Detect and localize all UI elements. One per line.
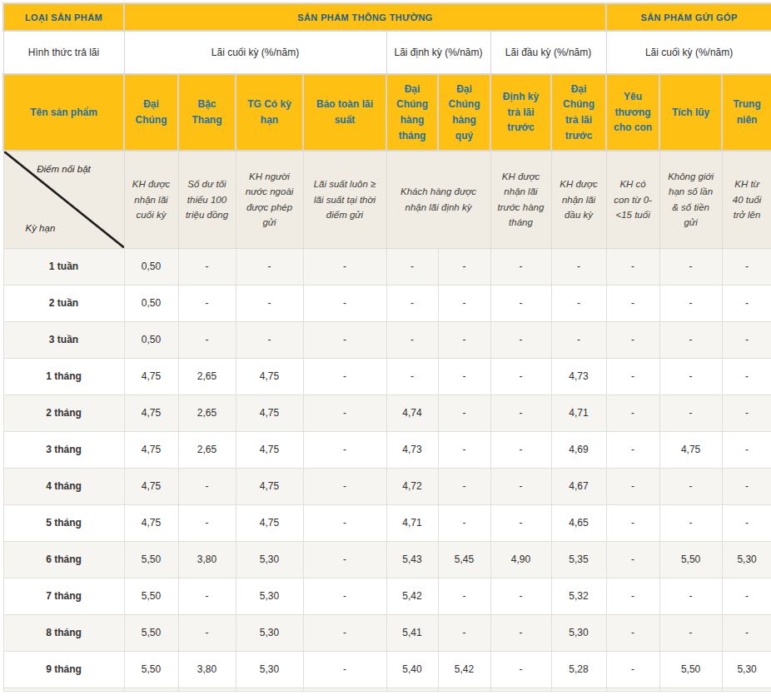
rate-cell: - — [490, 578, 551, 614]
rate-cell: 4,65 — [551, 504, 606, 541]
rate-cell: - — [722, 578, 771, 614]
rate-cell: - — [303, 431, 386, 468]
rate-cell: - — [722, 395, 771, 431]
rate-cell: 4,73 — [551, 358, 606, 395]
term-cell: 8 tháng — [3, 614, 124, 651]
rate-cell: - — [606, 578, 659, 614]
table-row: 9 tháng5,503,805,30-5,405,42-5,28-5,505,… — [3, 651, 771, 688]
term-cell: 2 tuần — [3, 285, 124, 321]
rate-cell: 5,40 — [386, 651, 438, 688]
section-header-row: LOẠI SẢN PHẨM SẢN PHẨM THÔNG THƯỜNG SẢN … — [3, 3, 771, 31]
term-cell: 3 tháng — [3, 431, 124, 468]
product-column: Đại Chúng trả lãi trước — [551, 74, 606, 151]
section-product-type: LOẠI SẢN PHẨM — [3, 3, 124, 31]
product-column: Đại Chúng hàng tháng — [386, 74, 438, 151]
rate-cell: - — [386, 248, 438, 285]
interest-group-end-of-term-installment: Lãi cuối kỳ (%/năm) — [606, 31, 771, 74]
rate-cell: - — [236, 248, 303, 285]
rate-cell — [659, 688, 722, 691]
rate-cell: - — [303, 614, 386, 651]
table-row: 3 tháng4,752,654,75-4,73--4,69-4,75- — [3, 431, 771, 468]
product-highlight: Không giới hạn số lần & số tiền gửi — [659, 151, 722, 248]
rate-cell: - — [303, 395, 386, 431]
term-cell: 6 tháng — [3, 541, 124, 578]
rate-cell: - — [178, 504, 236, 541]
rate-cell: 5,28 — [551, 651, 606, 688]
rate-cell: 5,41 — [386, 614, 438, 651]
rate-cell: - — [606, 468, 659, 504]
rate-cell: 5,30 — [551, 614, 606, 651]
product-name-label: Tên sản phẩm — [3, 74, 124, 151]
section-installment-products: SẢN PHẨM GỬI GÓP — [606, 3, 771, 31]
rate-cell: 2,65 — [178, 358, 236, 395]
product-column: Yêu thương cho con — [606, 74, 659, 151]
rate-cell: 5,35 — [551, 541, 606, 578]
rate-cell: 0,50 — [124, 285, 178, 321]
rate-cell: 4,75 — [659, 431, 722, 468]
rate-cell: - — [178, 614, 236, 651]
rate-cell: - — [606, 285, 659, 321]
term-cell: 4 tháng — [3, 468, 124, 504]
rate-cell: - — [178, 321, 236, 358]
rate-cell: - — [606, 504, 659, 541]
term-cell: 1 tháng — [3, 358, 124, 395]
rate-cell: 5,45 — [438, 541, 490, 578]
rate-cell: - — [178, 468, 236, 504]
rate-cell: - — [438, 358, 490, 395]
rate-cell: 3,80 — [178, 651, 236, 688]
rate-cell: - — [438, 285, 490, 321]
rate-cell — [438, 688, 490, 691]
rate-cell: - — [438, 614, 490, 651]
term-cell: 1 tuần — [3, 248, 124, 285]
product-column: Đại Chúng hàng quý — [438, 74, 490, 151]
rate-cell: - — [303, 504, 386, 541]
rate-cell: - — [386, 321, 438, 358]
interest-rate-table: LOẠI SẢN PHẨM SẢN PHẨM THÔNG THƯỜNG SẢN … — [2, 2, 771, 692]
rate-cell — [236, 688, 303, 691]
rate-cell: - — [303, 248, 386, 285]
rate-cell: - — [303, 285, 386, 321]
rate-cell: - — [659, 321, 722, 358]
rate-cell: - — [178, 578, 236, 614]
rate-cell: 4,75 — [124, 468, 178, 504]
rate-cell: - — [438, 395, 490, 431]
rate-cell: - — [659, 578, 722, 614]
rate-cell — [124, 688, 178, 691]
rate-cell: - — [551, 248, 606, 285]
rate-cell: 5,50 — [659, 541, 722, 578]
rate-cell: 5,30 — [236, 578, 303, 614]
rate-cell: 4,67 — [551, 468, 606, 504]
product-column: Trung niên — [722, 74, 771, 151]
rate-cell: 2,65 — [178, 431, 236, 468]
rate-cell: - — [606, 431, 659, 468]
rate-cell: - — [659, 504, 722, 541]
diagonal-header-cell: Điểm nổi bật Kỳ hạn — [3, 151, 124, 248]
rate-cell: - — [490, 285, 551, 321]
rate-cell — [606, 688, 659, 691]
rate-cell: - — [659, 248, 722, 285]
term-cell: 9 tháng — [3, 651, 124, 688]
rate-cell: 5,50 — [124, 614, 178, 651]
rate-cell — [551, 688, 606, 691]
product-highlight: KH được nhận lãi trước hàng tháng — [490, 151, 551, 248]
rate-cell: 5,50 — [124, 578, 178, 614]
rate-cell: - — [659, 358, 722, 395]
rate-cell: 3,80 — [178, 541, 236, 578]
product-highlight: Số dư tối thiểu 100 triệu đồng — [178, 151, 236, 248]
rate-cell — [303, 688, 386, 691]
interest-group-end-of-term: Lãi cuối kỳ (%/năm) — [124, 31, 386, 74]
rate-cell: - — [551, 321, 606, 358]
rate-cell: - — [438, 321, 490, 358]
product-name-row: Tên sản phẩm Đại Chúng Bậc Thang TG Có k… — [3, 74, 771, 151]
rate-cell: - — [386, 358, 438, 395]
term-axis-label: Kỳ hạn — [26, 221, 56, 236]
rate-cell: 5,42 — [386, 578, 438, 614]
rate-cell: 4,71 — [551, 395, 606, 431]
rate-cell: 5,30 — [236, 651, 303, 688]
rate-cell: 4,72 — [386, 468, 438, 504]
rate-cell: - — [722, 614, 771, 651]
rate-cell: 2,65 — [178, 395, 236, 431]
rate-cell: 5,30 — [722, 541, 771, 578]
table-row: 3 tuần0,50---------- — [3, 321, 771, 358]
product-highlight: Lãi suất luôn ≥ lãi suất tại thời điểm g… — [303, 151, 386, 248]
